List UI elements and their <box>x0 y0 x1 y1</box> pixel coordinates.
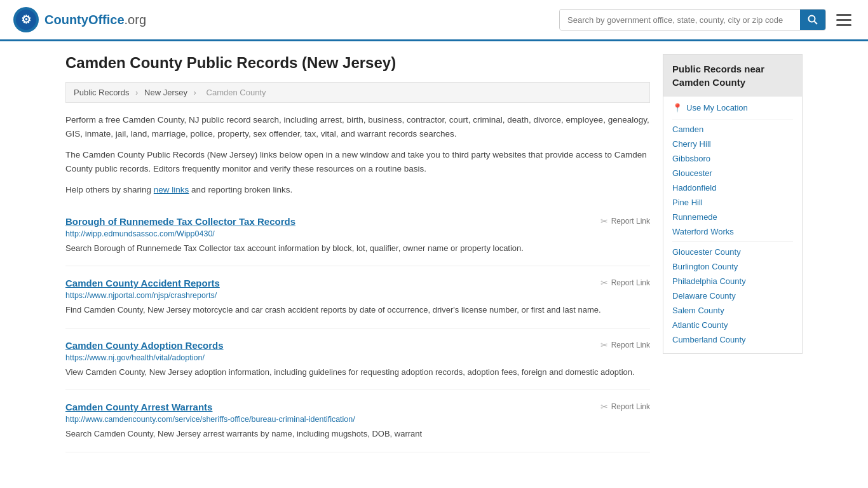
svg-line-4 <box>815 22 818 25</box>
report-link-label: Report Link <box>611 402 650 411</box>
logo-area: ⚙ CountyOffice.org <box>13 6 146 33</box>
record-url[interactable]: http://www.camdencounty.com/service/sher… <box>65 415 650 424</box>
logo-icon: ⚙ <box>13 6 39 33</box>
breadcrumb-separator: › <box>194 88 196 97</box>
record-title-link[interactable]: Camden County Arrest Warrants <box>65 402 212 412</box>
record-header: Borough of Runnemede Tax Collector Tax R… <box>65 216 650 227</box>
sidebar-county-link[interactable]: Delaware County <box>672 288 793 303</box>
record-url[interactable]: https://www.nj.gov/health/vital/adoption… <box>65 353 650 362</box>
sidebar-divider <box>672 119 793 119</box>
report-link-label: Report Link <box>611 341 650 349</box>
breadcrumb: Public Records › New Jersey › Camden Cou… <box>65 82 650 103</box>
record-desc: Find Camden County, New Jersey motorcycl… <box>65 304 650 316</box>
sidebar-county-link[interactable]: Gloucester County <box>672 245 793 259</box>
record-item: Camden County Adoption Records ✂ Report … <box>65 329 650 391</box>
use-my-location-label: Use My Location <box>686 103 748 112</box>
sidebar-county-link[interactable]: Atlantic County <box>672 318 793 332</box>
sidebar-city-link[interactable]: Waterford Works <box>672 224 793 239</box>
search-bar <box>559 9 826 30</box>
header-right <box>559 9 855 30</box>
report-icon: ✂ <box>600 402 608 412</box>
record-desc: View Camden County, New Jersey adoption … <box>65 366 650 379</box>
svg-point-3 <box>809 16 815 22</box>
description-1: Perform a free Camden County, NJ public … <box>65 113 650 140</box>
logo-text: CountyOffice.org <box>44 13 146 27</box>
record-item: Borough of Runnemede Tax Collector Tax R… <box>65 205 650 267</box>
record-item: Camden County Accident Reports ✂ Report … <box>65 266 650 329</box>
record-header: Camden County Accident Reports ✂ Report … <box>65 278 650 288</box>
page-title: Camden County Public Records (New Jersey… <box>65 54 650 72</box>
report-icon: ✂ <box>600 278 608 288</box>
report-link[interactable]: ✂ Report Link <box>600 340 650 350</box>
location-pin-icon: 📍 <box>672 103 682 112</box>
sidebar-city-link[interactable]: Cherry Hill <box>672 137 793 151</box>
breadcrumb-new-jersey[interactable]: New Jersey <box>144 88 187 97</box>
hamburger-line <box>836 19 851 21</box>
records-list: Borough of Runnemede Tax Collector Tax R… <box>65 205 650 452</box>
sidebar-city-link[interactable]: Haddonfield <box>672 180 793 195</box>
sidebar-city-link[interactable]: Gloucester <box>672 166 793 180</box>
report-link[interactable]: ✂ Report Link <box>600 402 650 412</box>
record-item: Camden County Arrest Warrants ✂ Report L… <box>65 390 650 452</box>
report-icon: ✂ <box>600 216 608 226</box>
report-link-label: Report Link <box>611 278 650 287</box>
hamburger-line <box>836 24 851 26</box>
record-title-link[interactable]: Borough of Runnemede Tax Collector Tax R… <box>65 216 295 227</box>
breadcrumb-separator: › <box>135 88 138 97</box>
record-header: Camden County Adoption Records ✂ Report … <box>65 340 650 351</box>
sidebar-city-link[interactable]: Gibbsboro <box>672 151 793 166</box>
record-desc: Search Camden County, New Jersey arrest … <box>65 428 650 440</box>
nearby-section: Public Records near Camden County 📍 Use … <box>663 54 803 354</box>
search-input[interactable] <box>560 10 800 30</box>
sidebar-city-link[interactable]: Runnemede <box>672 210 793 224</box>
sidebar-county-link[interactable]: Burlington County <box>672 259 793 274</box>
search-icon <box>808 15 818 25</box>
record-url[interactable]: https://www.njportal.com/njsp/crashrepor… <box>65 291 650 300</box>
new-links-link[interactable]: new links <box>154 185 189 194</box>
sidebar-counties: Gloucester CountyBurlington CountyPhilad… <box>672 245 793 347</box>
sidebar-county-link[interactable]: Salem County <box>672 303 793 318</box>
record-title-link[interactable]: Camden County Adoption Records <box>65 340 224 351</box>
record-desc: Search Borough of Runnemede Tax Collecto… <box>65 242 650 255</box>
sidebar-header: Public Records near Camden County <box>663 55 802 97</box>
report-icon: ✂ <box>600 340 608 350</box>
site-header: ⚙ CountyOffice.org <box>0 0 868 41</box>
description-3-post: and reporting broken links. <box>189 185 292 194</box>
breadcrumb-current: Camden County <box>207 88 266 97</box>
report-link-label: Report Link <box>611 217 650 226</box>
hamburger-line <box>836 14 851 16</box>
svg-text:⚙: ⚙ <box>21 13 31 26</box>
main-content: Camden County Public Records (New Jersey… <box>53 41 815 465</box>
report-link[interactable]: ✂ Report Link <box>600 278 650 288</box>
sidebar-county-link[interactable]: Cumberland County <box>672 332 793 347</box>
sidebar-cities: CamdenCherry HillGibbsboroGloucesterHadd… <box>672 122 793 239</box>
sidebar-divider-2 <box>672 241 793 242</box>
record-url[interactable]: http://wipp.edmundsassoc.com/Wipp0430/ <box>65 229 650 238</box>
sidebar-city-link[interactable]: Pine Hill <box>672 195 793 210</box>
description-2: The Camden County Public Records (New Je… <box>65 148 650 175</box>
menu-button[interactable] <box>832 10 855 30</box>
report-link[interactable]: ✂ Report Link <box>600 216 650 226</box>
description-3-pre: Help others by sharing <box>65 185 154 194</box>
search-button[interactable] <box>800 10 825 30</box>
description-3: Help others by sharing new links and rep… <box>65 183 650 197</box>
sidebar-content: 📍 Use My Location CamdenCherry HillGibbs… <box>663 97 802 353</box>
record-title-link[interactable]: Camden County Accident Reports <box>65 278 220 288</box>
breadcrumb-public-records[interactable]: Public Records <box>74 88 129 97</box>
sidebar-city-link[interactable]: Camden <box>672 122 793 137</box>
use-my-location-link[interactable]: 📍 Use My Location <box>672 103 793 112</box>
content-area: Camden County Public Records (New Jersey… <box>65 54 650 452</box>
record-header: Camden County Arrest Warrants ✂ Report L… <box>65 402 650 412</box>
sidebar: Public Records near Camden County 📍 Use … <box>663 54 803 452</box>
sidebar-county-link[interactable]: Philadelphia County <box>672 274 793 288</box>
